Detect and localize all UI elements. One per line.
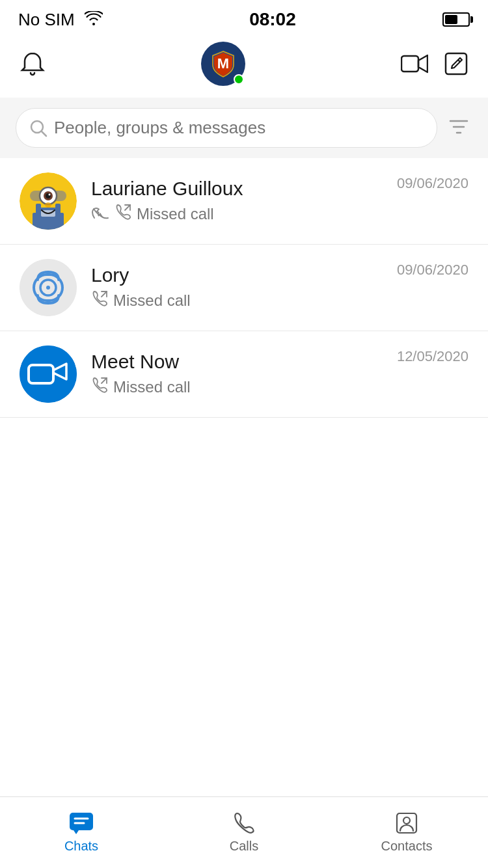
svg-text:M: M	[217, 55, 229, 72]
search-icon	[29, 119, 47, 137]
contacts-tab-icon	[395, 811, 418, 835]
chat-date-3: 12/05/2020	[397, 348, 468, 365]
filter-icon	[448, 116, 470, 138]
svg-point-26	[46, 286, 50, 290]
compose-button[interactable]	[444, 51, 468, 76]
svg-rect-2	[401, 56, 418, 72]
svg-point-16	[49, 194, 51, 196]
chat-content-3: Meet Now Missed call	[91, 351, 383, 398]
missed-call-text-2: Missed call	[113, 292, 191, 310]
chat-name-3: Meet Now	[91, 351, 383, 373]
chat-date-1: 09/06/2020	[397, 175, 468, 192]
calls-tab-label: Calls	[230, 839, 258, 854]
svg-point-18	[20, 195, 29, 207]
notifications-button[interactable]	[20, 51, 46, 77]
search-input[interactable]	[54, 118, 424, 138]
chat-content-1: Lauriane Guilloux Miss	[91, 178, 383, 224]
avatar-lauriane	[20, 172, 77, 230]
wifi-icon	[85, 10, 103, 29]
status-time: 08:02	[249, 9, 296, 30]
missed-call-text-1: Missed call	[137, 205, 214, 223]
video-camera-icon	[401, 53, 428, 74]
battery-container	[442, 12, 470, 27]
contacts-tab-label: Contacts	[381, 839, 433, 854]
missed-call-icon-1	[91, 207, 109, 221]
svg-rect-35	[70, 813, 93, 830]
search-bar	[0, 98, 488, 158]
svg-rect-9	[36, 204, 41, 214]
chat-preview-1: Missed call	[91, 204, 383, 224]
carrier-wifi: No SIM	[18, 10, 103, 30]
nav-chats[interactable]: Chats	[0, 805, 163, 860]
edit-icon	[444, 51, 468, 76]
battery-level	[445, 15, 457, 24]
missed-call-text-3: Missed call	[113, 378, 191, 396]
chat-date-2: 09/06/2020	[397, 262, 468, 278]
bell-icon	[20, 51, 46, 77]
missed-call-phone-icon-3	[91, 377, 108, 398]
top-bar: M	[0, 35, 488, 98]
app-logo: M	[201, 42, 245, 86]
chats-tab-label: Chats	[64, 839, 98, 854]
carrier-label: No SIM	[18, 10, 75, 29]
online-status-dot	[234, 74, 244, 85]
chat-item-1[interactable]: Lauriane Guilloux Miss	[0, 158, 488, 245]
avatar-lory	[20, 259, 77, 316]
status-bar: No SIM 08:02	[0, 0, 488, 35]
missed-call-phone-icon-2	[91, 290, 108, 311]
battery-icon	[442, 12, 470, 27]
svg-rect-10	[55, 204, 61, 214]
video-call-button[interactable]	[401, 53, 428, 74]
chat-preview-2: Missed call	[91, 290, 383, 311]
nav-contacts[interactable]: Contacts	[325, 805, 488, 860]
chat-item-2[interactable]: Lory Missed call 09/06/2020	[0, 245, 488, 331]
svg-line-34	[102, 378, 107, 383]
nav-calls[interactable]: Calls	[163, 805, 325, 860]
avatar-meet-now	[20, 346, 77, 403]
chat-content-2: Lory Missed call	[91, 264, 383, 311]
filter-button[interactable]	[445, 113, 472, 142]
calls-tab-icon	[232, 811, 256, 835]
chat-list: Lauriane Guilloux Miss	[0, 158, 488, 418]
chat-name-2: Lory	[91, 264, 383, 286]
svg-point-39	[403, 817, 410, 824]
bottom-nav: Chats Calls Contacts	[0, 796, 488, 868]
svg-rect-3	[446, 53, 467, 74]
svg-line-22	[125, 205, 130, 210]
svg-point-17	[45, 202, 51, 208]
svg-line-29	[102, 292, 107, 297]
search-input-wrapper[interactable]	[16, 108, 437, 148]
chat-name-1: Lauriane Guilloux	[91, 178, 383, 200]
svg-point-19	[67, 195, 76, 207]
missed-call-phone-icon-1	[115, 204, 131, 224]
chat-item-3[interactable]: Meet Now Missed call 12/05/2020	[0, 331, 488, 418]
chats-tab-icon	[68, 811, 94, 835]
chat-preview-3: Missed call	[91, 377, 383, 398]
